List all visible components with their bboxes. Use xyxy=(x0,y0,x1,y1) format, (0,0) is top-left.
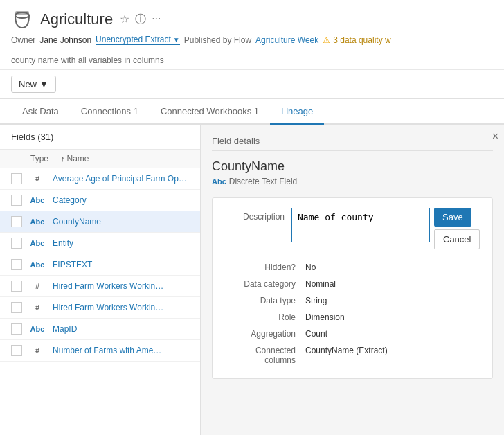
close-button[interactable]: × xyxy=(492,130,498,143)
sort-arrow-icon: ↑ xyxy=(61,154,65,163)
field-type-badge: # xyxy=(28,282,47,290)
tab-connections[interactable]: Connections 1 xyxy=(70,99,150,125)
table-row[interactable]: # Hired Farm Workers Workin… xyxy=(0,276,200,297)
detail-card: Description Save Cancel Hidden? No Data … xyxy=(212,197,493,379)
cancel-button[interactable]: Cancel xyxy=(434,229,480,249)
property-value: No xyxy=(305,263,316,272)
field-name[interactable]: MapID xyxy=(53,324,189,334)
field-type-badge: # xyxy=(28,303,47,312)
field-type-badge: Abc xyxy=(28,196,47,204)
fields-header: Fields (31) xyxy=(0,125,200,150)
property-label: Hidden? xyxy=(222,263,305,272)
field-detail-type: Abc Discrete Text Field xyxy=(212,177,493,186)
property-value: Nominal xyxy=(305,279,336,289)
description-input[interactable] xyxy=(291,208,430,242)
description-label: Description xyxy=(222,208,285,222)
property-label: Connected columns xyxy=(222,346,305,365)
field-name[interactable]: Number of Farms with Ame… xyxy=(53,346,189,355)
field-checkbox[interactable] xyxy=(11,302,22,313)
field-checkbox[interactable] xyxy=(11,323,22,335)
description-row: Description Save Cancel xyxy=(222,208,483,249)
datasource-icon xyxy=(11,8,33,30)
col-type-header: Type xyxy=(30,154,55,163)
warning-icon: ⚠ xyxy=(323,35,330,45)
table-row[interactable]: Abc MapID xyxy=(0,319,200,340)
published-label: Published by Flow xyxy=(184,35,251,45)
fields-table-header: Type ↑ Name xyxy=(0,150,200,168)
info-icon[interactable]: ⓘ xyxy=(135,12,146,27)
new-dropdown-arrow: ▼ xyxy=(39,79,48,89)
property-value: Count xyxy=(305,329,327,339)
field-list: # Average Age of Principal Farm Operator… xyxy=(0,168,200,362)
tab-connected-workbooks[interactable]: Connected Workbooks 1 xyxy=(150,99,270,125)
extract-type-badge[interactable]: Unencrypted Extract ▼ xyxy=(96,35,180,45)
property-value: Dimension xyxy=(305,312,345,322)
field-detail-name: CountyName xyxy=(212,159,493,174)
property-label: Aggregation xyxy=(222,329,305,339)
property-label: Data category xyxy=(222,279,305,289)
more-icon[interactable]: ··· xyxy=(152,12,161,27)
table-row[interactable]: Abc Category xyxy=(0,190,200,211)
property-label: Role xyxy=(222,312,305,322)
page-header: Agriculture ☆ ⓘ ··· Owner Jane Johnson U… xyxy=(0,0,504,51)
quality-warning[interactable]: ⚠ 3 data quality w xyxy=(323,35,390,45)
new-button[interactable]: New ▼ xyxy=(11,76,56,93)
list-item: Data category Nominal xyxy=(222,276,483,292)
field-checkbox[interactable] xyxy=(11,345,22,356)
field-name[interactable]: FIPSTEXT xyxy=(53,260,189,269)
field-type-badge: Abc xyxy=(28,325,47,333)
field-details-section-title: Field details xyxy=(212,136,493,151)
field-name[interactable]: Hired Farm Workers Workin… xyxy=(53,303,189,312)
tab-lineage[interactable]: Lineage xyxy=(270,99,324,125)
field-checkbox[interactable] xyxy=(11,195,22,206)
field-type-icon: Abc xyxy=(212,177,226,186)
table-row[interactable]: Abc Entity xyxy=(0,233,200,254)
property-list: Hidden? No Data category Nominal Data ty… xyxy=(222,259,483,369)
table-row[interactable]: # Average Age of Principal Farm Operator… xyxy=(0,168,200,190)
main-content: Fields (31) Type ↑ Name # Average Age of… xyxy=(0,125,504,435)
table-row[interactable]: # Number of Farms with Ame… xyxy=(0,340,200,362)
field-name[interactable]: Hired Farm Workers Workin… xyxy=(53,281,189,291)
field-checkbox[interactable] xyxy=(11,281,22,292)
field-name[interactable]: Category xyxy=(53,195,189,205)
field-checkbox[interactable] xyxy=(11,216,22,227)
field-checkbox[interactable] xyxy=(11,259,22,270)
field-type-badge: # xyxy=(28,346,47,355)
save-button[interactable]: Save xyxy=(434,208,471,227)
property-value: String xyxy=(305,296,327,305)
list-item: Hidden? No xyxy=(222,259,483,276)
tab-ask-data[interactable]: Ask Data xyxy=(11,99,70,125)
owner-name: Jane Johnson xyxy=(39,35,91,45)
extract-dropdown-arrow: ▼ xyxy=(173,36,180,44)
property-value: CountyName (Extract) xyxy=(305,346,388,355)
owner-label: Owner xyxy=(11,35,35,45)
field-checkbox[interactable] xyxy=(11,238,22,249)
flow-link[interactable]: Agriculture Week xyxy=(255,35,318,45)
toolbar: New ▼ xyxy=(0,70,504,99)
col-name-header: ↑ Name xyxy=(61,154,189,163)
page-subtitle: county name with all variables in column… xyxy=(0,51,504,70)
field-name[interactable]: CountyName xyxy=(53,217,189,227)
field-name[interactable]: Entity xyxy=(53,238,189,248)
page-title: Agriculture xyxy=(40,10,113,28)
list-item: Role Dimension xyxy=(222,309,483,326)
field-type-badge: Abc xyxy=(28,239,47,247)
property-label: Data type xyxy=(222,296,305,305)
list-item: Connected columns CountyName (Extract) xyxy=(222,342,483,369)
fields-panel: Fields (31) Type ↑ Name # Average Age of… xyxy=(0,125,201,435)
tab-bar: Ask Data Connections 1 Connected Workboo… xyxy=(0,99,504,125)
header-actions: ☆ ⓘ ··· xyxy=(120,12,161,27)
field-type-badge: Abc xyxy=(28,218,47,226)
field-type-badge: Abc xyxy=(28,260,47,269)
description-input-area: Save Cancel xyxy=(291,208,480,249)
field-checkbox[interactable] xyxy=(11,173,22,184)
field-type-badge: # xyxy=(28,175,47,183)
table-row[interactable]: Abc FIPSTEXT xyxy=(0,254,200,276)
table-row[interactable]: # Hired Farm Workers Workin… xyxy=(0,297,200,319)
list-item: Data type String xyxy=(222,292,483,309)
list-item: Aggregation Count xyxy=(222,326,483,342)
field-name[interactable]: Average Age of Principal Farm Operators:… xyxy=(53,174,189,184)
star-icon[interactable]: ☆ xyxy=(120,12,129,27)
description-buttons: Save Cancel xyxy=(434,208,480,249)
table-row[interactable]: Abc CountyName xyxy=(0,211,200,233)
